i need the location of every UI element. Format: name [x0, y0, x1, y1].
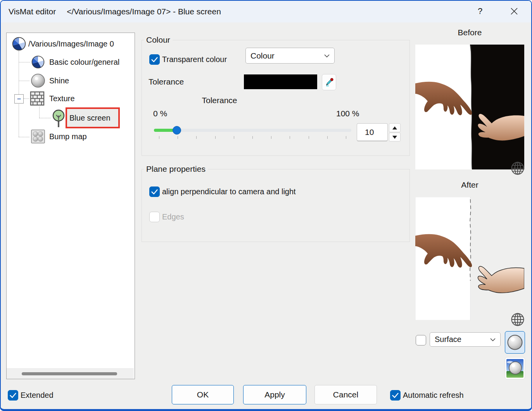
- extended-checkbox[interactable]: [8, 390, 18, 401]
- colour-mode-value: Colour: [250, 51, 275, 60]
- tree-connector: [24, 98, 29, 99]
- title-bar: VisMat editor </Various/Images/Image 07>…: [1, 1, 531, 22]
- colour-pie-icon: [31, 55, 45, 69]
- highlight-annotation-box: Blue screen: [66, 107, 120, 128]
- texture-collapse-expander[interactable]: −: [14, 94, 24, 104]
- align-perpendicular-label: align perpendicular to camera and light: [162, 187, 296, 196]
- before-label: Before: [415, 28, 524, 37]
- colour-mode-dropdown[interactable]: Colour: [245, 48, 335, 64]
- cancel-button[interactable]: Cancel: [314, 385, 377, 404]
- arrow-up-icon: [392, 126, 397, 130]
- tree-scrollbar-thumb[interactable]: [22, 372, 117, 375]
- eyedropper-button[interactable]: [322, 74, 336, 90]
- checkmark-icon: [8, 390, 18, 401]
- chevron-down-icon: [490, 338, 496, 341]
- tree-connector: [19, 137, 29, 137]
- texture-brick-icon: [30, 91, 45, 106]
- automatic-refresh-checkbox[interactable]: [390, 390, 401, 401]
- globe-icon[interactable]: [510, 161, 525, 176]
- globe-icon[interactable]: [510, 312, 525, 327]
- close-button[interactable]: [506, 3, 523, 19]
- tolerance-slider-thumb[interactable]: [173, 126, 181, 135]
- close-icon: [510, 7, 518, 15]
- transparent-colour-checkbox[interactable]: [149, 54, 160, 65]
- tree-connector: [19, 81, 29, 81]
- tree-item-basic-colour[interactable]: Basic colour/general: [49, 58, 119, 67]
- material-tree-panel: /Various/Images/Image 0 Basic colour/gen…: [6, 33, 135, 379]
- surface-checkbox[interactable]: [416, 335, 426, 345]
- tolerance-colour-label: Tolerance: [149, 77, 184, 86]
- tree-item-shine[interactable]: Shine: [49, 76, 69, 85]
- plane-properties-group: Plane properties align perpendicular to …: [142, 169, 410, 242]
- edges-label: Edges: [162, 212, 184, 221]
- slider-min-label: 0 %: [153, 109, 167, 118]
- tree-item-blue-screen[interactable]: Blue screen: [69, 114, 111, 123]
- automatic-refresh-label: Automatic refresh: [403, 391, 464, 400]
- after-label: After: [415, 180, 524, 190]
- tree-connector: [39, 107, 40, 118]
- extended-label: Extended: [21, 391, 54, 400]
- ok-button[interactable]: OK: [172, 385, 234, 404]
- arrow-down-icon: [392, 136, 397, 139]
- slider-max-label: 100 %: [336, 109, 359, 118]
- tolerance-slider-title: Tolerance: [196, 96, 243, 105]
- shine-sphere-icon: [31, 73, 45, 88]
- surface-dropdown[interactable]: Surface: [430, 332, 501, 347]
- help-button[interactable]: ?: [472, 3, 489, 19]
- document-title: </Various/Images/Image 07> - Blue screen: [67, 7, 221, 16]
- tolerance-spin-down-button[interactable]: [389, 133, 401, 142]
- sphere-in-scene-icon: [506, 359, 523, 378]
- app-title: VisMat editor: [9, 7, 56, 16]
- tree-horizontal-scrollbar: [7, 368, 134, 379]
- before-preview-image: [415, 45, 524, 169]
- sphere-icon: [507, 334, 523, 351]
- preview-sphere-scene-button[interactable]: [505, 357, 525, 380]
- edges-checkbox[interactable]: [149, 212, 160, 222]
- checkmark-icon: [150, 54, 159, 65]
- tolerance-slider-track[interactable]: [154, 129, 351, 132]
- checkmark-icon: [390, 390, 400, 401]
- apply-button[interactable]: Apply: [243, 385, 306, 404]
- tree-item-root[interactable]: /Various/Images/Image 0: [28, 40, 114, 48]
- transparent-colour-label: Transparent colour: [162, 55, 227, 64]
- bump-map-icon: [31, 129, 45, 144]
- chevron-down-icon: [324, 54, 330, 57]
- help-icon: ?: [478, 6, 482, 16]
- vismat-editor-window: VisMat editor </Various/Images/Image 07>…: [0, 0, 532, 411]
- eyedropper-icon: [325, 78, 334, 87]
- material-pie-icon: [12, 37, 26, 51]
- slider-tick-marks: [159, 136, 346, 139]
- transparent-colour-swatch[interactable]: [244, 74, 317, 89]
- after-preview-image: [415, 197, 524, 320]
- tolerance-value: 10: [365, 128, 374, 137]
- checkmark-icon: [150, 187, 159, 197]
- tree-item-texture[interactable]: Texture: [49, 94, 75, 103]
- plane-group-title: Plane properties: [144, 164, 208, 174]
- surface-dropdown-value: Surface: [435, 335, 461, 344]
- colour-group-title: Colour: [144, 35, 173, 45]
- tree-item-bump-map[interactable]: Bump map: [49, 132, 87, 141]
- plant-tree-icon: [52, 109, 66, 128]
- tolerance-value-input[interactable]: 10: [357, 123, 388, 141]
- colour-group: Colour Transparent colour Colour Toleran…: [142, 40, 410, 156]
- preview-sphere-plain-button[interactable]: [505, 331, 525, 354]
- tree-connector: [39, 118, 51, 118]
- tree-connector: [19, 62, 30, 62]
- align-perpendicular-checkbox[interactable]: [149, 187, 160, 197]
- tolerance-spin-up-button[interactable]: [389, 123, 401, 132]
- tree-connector: [19, 51, 19, 137]
